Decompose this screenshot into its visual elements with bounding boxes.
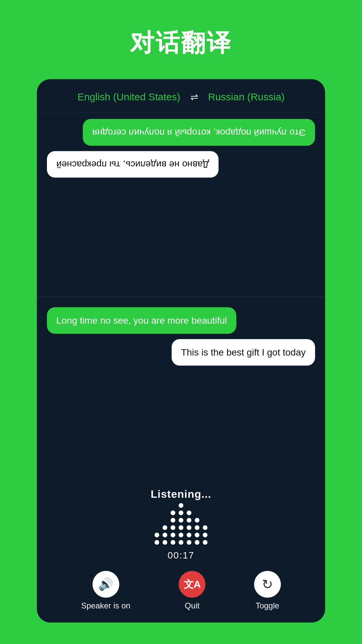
listening-section: Listening...: [37, 481, 325, 564]
lang-right[interactable]: Russian (Russia): [208, 91, 285, 103]
waveform-col-1: [155, 533, 159, 545]
dot: [187, 511, 191, 515]
dot: [163, 540, 167, 545]
chat-bubble-english-1: Long time no see, you are more beautiful: [47, 307, 236, 334]
language-header: English (United States) ⇌ Russian (Russi…: [37, 79, 325, 112]
dot: [171, 518, 175, 523]
quit-label: Quit: [185, 601, 199, 610]
dot: [171, 533, 175, 537]
dot: [155, 533, 159, 537]
main-card: English (United States) ⇌ Russian (Russi…: [37, 79, 325, 623]
waveform-col-6: [195, 518, 199, 545]
chat-bubble-english-2: This is the best gift I got today: [172, 339, 315, 366]
dot: [195, 518, 199, 523]
dot: [179, 525, 183, 530]
waveform-col-5: [187, 511, 191, 545]
waveform-col-7: [203, 525, 207, 545]
dot: [203, 533, 207, 537]
waveform-col-4: [179, 503, 183, 545]
page-title: 对话翻译: [130, 27, 232, 59]
chat-bubble-russian-2: Давно не виделись, ты прекрасней: [47, 151, 219, 177]
dot: [195, 533, 199, 537]
quit-button[interactable]: 文A: [179, 571, 205, 598]
chat-bubble-russian-1: Это лучший подарок, который я получил се…: [83, 119, 315, 146]
waveform-col-3: [171, 511, 175, 545]
dot: [179, 540, 183, 545]
dot: [179, 533, 183, 537]
waveform: [151, 504, 211, 545]
quit-control[interactable]: 文A Quit: [179, 571, 205, 610]
dot: [187, 540, 191, 545]
dot: [195, 540, 199, 545]
speaker-control[interactable]: 🔊 Speaker is on: [81, 571, 130, 610]
dot: [155, 540, 159, 545]
dot: [163, 525, 167, 530]
dot: [203, 525, 207, 530]
speaker-icon: 🔊: [98, 577, 113, 591]
speaker-label: Speaker is on: [81, 601, 130, 610]
toggle-label: Toggle: [255, 601, 279, 610]
timer: 00:17: [168, 550, 194, 561]
lang-left[interactable]: English (United States): [77, 91, 180, 103]
dot: [187, 525, 191, 530]
speaker-button[interactable]: 🔊: [93, 571, 119, 598]
dot: [179, 503, 183, 508]
toggle-button[interactable]: ↻: [254, 571, 281, 598]
dot: [171, 525, 175, 530]
chat-top-section: Давно не виделись, ты прекрасней Это луч…: [37, 112, 325, 297]
dot: [195, 525, 199, 530]
dot: [179, 511, 183, 515]
waveform-col-2: [163, 525, 167, 545]
bottom-controls: 🔊 Speaker is on 文A Quit ↻ Toggle: [37, 564, 325, 623]
dot: [187, 518, 191, 523]
dot: [163, 533, 167, 537]
chat-bottom-section: Long time no see, you are more beautiful…: [37, 297, 325, 482]
dot: [171, 511, 175, 515]
translate-icon: 文A: [184, 578, 201, 591]
toggle-control[interactable]: ↻ Toggle: [254, 571, 281, 610]
swap-icon[interactable]: ⇌: [190, 92, 198, 103]
dot: [171, 540, 175, 545]
dot: [179, 518, 183, 523]
dot: [203, 540, 207, 545]
toggle-icon: ↻: [262, 577, 273, 592]
listening-label: Listening...: [151, 488, 212, 500]
dot: [187, 533, 191, 537]
